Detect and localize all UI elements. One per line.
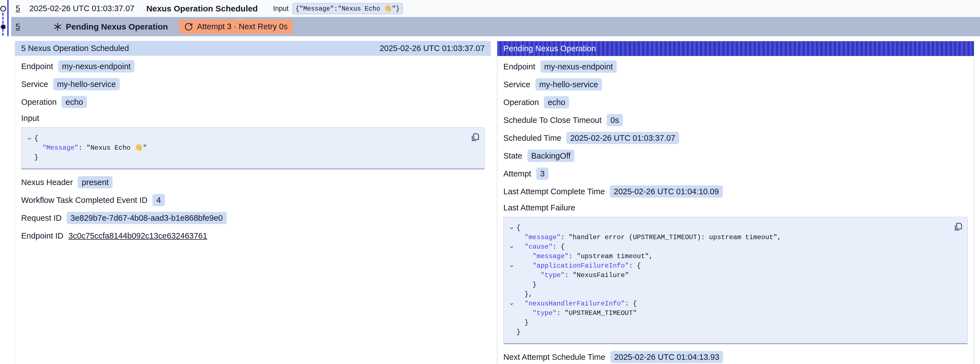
code-line: } [24, 153, 465, 162]
field-value-badge: 2025-02-26 UTC 01:04:10.09 [610, 185, 722, 198]
caret-spacer [24, 143, 34, 153]
field-label: Operation [21, 97, 57, 107]
pending-asterisk-icon [53, 22, 62, 32]
timeline-line [7, 0, 9, 36]
copy-icon[interactable] [470, 132, 480, 143]
input-block-label: Input [21, 114, 485, 123]
field-row-endpoint: Endpointmy-nexus-endpoint [21, 60, 485, 72]
caret-spacer [506, 318, 517, 327]
code-line: "type": "NexusFailure" [506, 271, 948, 280]
field-value-badge: 0s [607, 114, 623, 126]
field-row-scheduled-time: Scheduled Time2025-02-26 UTC 01:03:37.07 [503, 132, 968, 144]
retry-badge: Attempt 3 · Next Retry 0s [179, 19, 293, 34]
code-line: }, [506, 290, 948, 299]
code-line: "Message": "Nexus Echo 👋" [24, 143, 465, 153]
field-row-state: StateBackingOff [503, 150, 968, 162]
code-text: } [517, 318, 528, 327]
caret-spacer [24, 153, 34, 162]
fold-caret-icon[interactable] [506, 242, 517, 252]
caret-spacer [506, 271, 517, 280]
field-label: Endpoint [503, 62, 535, 71]
event-detail-title: 5 Nexus Operation Scheduled [21, 44, 129, 53]
retry-badge-label: Attempt 3 · Next Retry 0s [197, 22, 288, 31]
code-line: } [506, 327, 948, 337]
event-id-link[interactable]: 5 [16, 4, 20, 13]
copy-icon[interactable] [953, 222, 963, 232]
field-value-link[interactable]: 3c0c75ccfa8144b092c13ce632463761 [68, 231, 207, 241]
caret-spacer [506, 233, 517, 242]
event-detail-panel: 5 Nexus Operation Scheduled 2025-02-26 U… [15, 41, 491, 364]
field-label: Schedule To Close Timeout [503, 116, 602, 125]
code-text: "type": "UPSTREAM_TIMEOUT" [517, 308, 637, 318]
field-value-badge: 2025-02-26 UTC 01:03:37.07 [566, 132, 679, 144]
field-row-operation: Operationecho [21, 96, 485, 108]
field-value-badge: echo [62, 96, 87, 108]
code-line: "message": "upstream timeout", [506, 252, 948, 261]
field-value-badge: 3e829b7e-7d67-4b08-aad3-b1e868bfe9e0 [67, 212, 227, 224]
field-row-operation: Operationecho [503, 96, 968, 109]
field-value-badge: my-nexus-endpoint [58, 60, 135, 72]
field-row-service: Servicemy-hello-service [503, 78, 968, 91]
code-text: "message": "upstream timeout", [517, 252, 653, 261]
code-text: "Message": "Nexus Echo 👋" [34, 143, 147, 153]
input-preview-chip: {"Message":"Nexus Echo 👋"} [293, 3, 403, 14]
fold-caret-icon[interactable] [506, 299, 517, 308]
retry-icon [184, 22, 193, 31]
field-value-badge: my-hello-service [53, 78, 120, 90]
field-label: Request ID [21, 214, 62, 223]
input-code-block: { "Message": "Nexus Echo 👋"} [21, 128, 485, 169]
code-text: "type": "NexusFailure" [517, 271, 629, 280]
code-text: } [517, 327, 520, 337]
pending-operation-panel: Pending Nexus Operation Endpointmy-nexus… [497, 41, 974, 364]
code-text: "cause": { [517, 242, 565, 252]
field-label: Service [503, 80, 530, 89]
field-row-endpoint: Endpointmy-nexus-endpoint [503, 61, 968, 73]
field-label: State [503, 151, 522, 161]
input-label: Input [273, 5, 289, 13]
field-row-workflow-task-completed-event-id: Workflow Task Completed Event ID4 [21, 194, 485, 206]
failure-code-block: { "message": "handler error (UPSTREAM_TI… [503, 217, 968, 344]
code-line: } [506, 318, 948, 327]
field-label: Scheduled Time [503, 134, 561, 143]
fold-caret-icon[interactable] [506, 223, 517, 233]
event-detail-timestamp: 2025-02-26 UTC 01:03:37.07 [380, 44, 485, 53]
field-row-nexus-header: Nexus Headerpresent [21, 176, 485, 188]
field-label: Last Attempt Complete Time [503, 187, 605, 196]
code-line: } [506, 280, 948, 290]
code-text: }, [517, 290, 533, 299]
field-value-badge: echo [544, 96, 569, 109]
field-row-request-id: Request ID3e829b7e-7d67-4b08-aad3-b1e868… [21, 212, 485, 224]
caret-spacer [506, 280, 517, 290]
field-label: Service [21, 80, 48, 89]
code-text: "message": "handler error (UPSTREAM_TIME… [517, 233, 781, 242]
event-row-nexus-operation-scheduled[interactable]: 5 2025-02-26 UTC 01:03:37.07 Nexus Opera… [11, 0, 980, 17]
field-value-badge: 2025-02-26 UTC 01:04:13.93 [610, 351, 723, 363]
field-row-last-attempt-complete-time: Last Attempt Complete Time2025-02-26 UTC… [503, 185, 968, 198]
field-row-endpoint-id: Endpoint ID3c0c75ccfa8144b092c13ce632463… [21, 230, 485, 242]
code-text: "nexusHandlerFailureInfo": { [517, 299, 637, 308]
code-line: { [24, 134, 465, 143]
code-line: "message": "handler error (UPSTREAM_TIME… [506, 233, 948, 242]
caret-spacer [506, 290, 517, 299]
caret-spacer [506, 252, 517, 261]
code-line: "applicationFailureInfo": { [506, 261, 948, 271]
field-value-badge: 3 [536, 168, 549, 180]
caret-spacer [506, 308, 517, 318]
pending-panel-title: Pending Nexus Operation [503, 44, 596, 53]
code-line: "cause": { [506, 242, 948, 252]
field-value-badge: 4 [153, 194, 165, 206]
fold-caret-icon[interactable] [24, 134, 34, 143]
code-text: { [517, 223, 520, 233]
event-detail-header: 5 Nexus Operation Scheduled 2025-02-26 U… [15, 41, 491, 56]
field-label: Nexus Header [21, 178, 73, 187]
pending-event-id-link[interactable]: 5 [16, 22, 20, 31]
code-text: "applicationFailureInfo": { [517, 261, 641, 271]
fold-caret-icon[interactable] [506, 261, 517, 271]
field-row-next-attempt-schedule-time: Next Attempt Schedule Time2025-02-26 UTC… [503, 351, 968, 363]
field-value-badge: my-nexus-endpoint [541, 61, 617, 73]
pending-nexus-operation-row[interactable]: 5 Pending Nexus Operation Attempt 3 · Ne… [11, 17, 980, 36]
field-label: Endpoint [21, 62, 53, 71]
field-row-attempt: Attempt3 [503, 168, 968, 180]
code-text: { [34, 134, 38, 143]
field-label: Next Attempt Schedule Time [503, 353, 605, 362]
